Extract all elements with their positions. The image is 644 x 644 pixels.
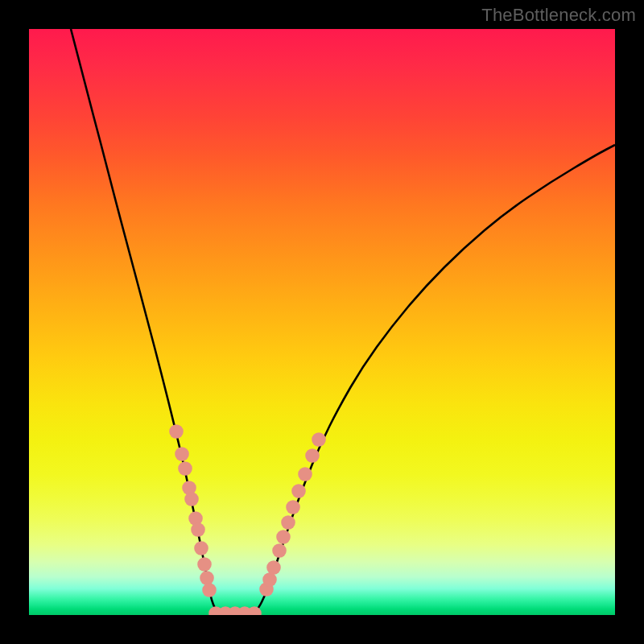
- data-dot: [272, 543, 287, 558]
- data-dot: [291, 484, 306, 498]
- data-dot: [202, 583, 217, 597]
- data-dot: [312, 432, 326, 447]
- data-dot: [266, 560, 281, 575]
- data-dot: [276, 530, 291, 544]
- data-dot: [184, 492, 199, 506]
- data-dot: [191, 522, 205, 537]
- data-dot: [197, 557, 212, 572]
- data-dot: [194, 541, 208, 555]
- watermark-text: TheBottleneck.com: [481, 5, 636, 26]
- curve-svg: [29, 29, 615, 615]
- data-dot: [175, 447, 189, 461]
- data-dot: [281, 515, 295, 530]
- data-dots: [169, 424, 326, 615]
- data-dot: [200, 571, 214, 585]
- plot-area: [29, 29, 615, 615]
- data-dot: [178, 461, 192, 476]
- data-dot: [169, 424, 184, 439]
- data-dot: [286, 500, 300, 514]
- data-dot: [262, 572, 277, 587]
- data-dot: [305, 448, 320, 463]
- curve-right: [254, 145, 615, 613]
- curve-paths: [71, 29, 615, 613]
- chart-frame: TheBottleneck.com: [0, 0, 644, 644]
- data-dot: [298, 467, 312, 481]
